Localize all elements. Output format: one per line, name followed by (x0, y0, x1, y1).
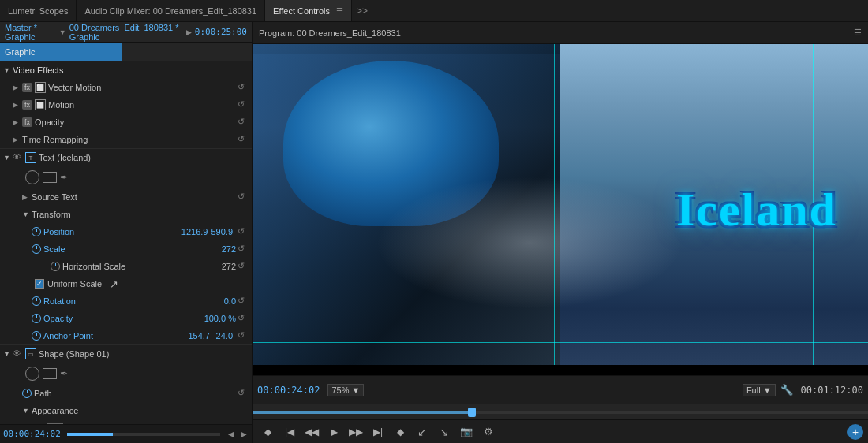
video-fog (376, 177, 683, 309)
time-remapping-row[interactable]: ▶ Time Remapping ↺ (0, 131, 252, 148)
shape-rect-btn[interactable] (43, 172, 57, 183)
quality-value: Full (746, 385, 761, 395)
tab-lumetri[interactable]: Lumetri Scopes (0, 0, 77, 21)
tab-audio-mixer[interactable]: Audio Clip Mixer: 00 Dreamers_Edit_18083… (77, 0, 265, 21)
rotation-stopwatch[interactable] (32, 296, 41, 306)
text-iceland-expand[interactable]: ▼ (3, 154, 13, 162)
opacity-stopwatch[interactable] (32, 314, 41, 323)
panel-menu-icon[interactable]: ☰ (336, 6, 343, 15)
motion-expand[interactable]: ▶ (13, 101, 22, 109)
reset-scale[interactable]: ↺ (238, 244, 249, 255)
breadcrumb-clip[interactable]: 00 Dreamers_Edit_180831 * Graphic ▶ (69, 23, 192, 42)
opacity-row[interactable]: ▶ fx Opacity ↺ (0, 114, 252, 131)
reset-rotation[interactable]: ↺ (238, 296, 249, 307)
shape-circle-btn-2[interactable] (25, 367, 39, 381)
visibility-eye[interactable]: 👁 (13, 152, 24, 163)
shape-thumbs-row: ✒ (0, 166, 252, 188)
program-menu-icon[interactable]: ☰ (854, 28, 862, 38)
transform-row[interactable]: ▼ Transform (0, 206, 252, 223)
scrubber-played (253, 411, 468, 414)
text-iceland-row[interactable]: ▼ 👁 T Text (Iceland) (0, 149, 252, 166)
reset-source-text[interactable]: ↺ (238, 192, 249, 203)
reset-vector-motion[interactable]: ↺ (238, 82, 249, 93)
reset-horiz-scale[interactable]: ↺ (238, 261, 249, 272)
source-text-expand[interactable]: ▶ (22, 193, 32, 201)
vector-motion-row[interactable]: ▶ fx ⬜ Vector Motion ↺ (0, 79, 252, 96)
uniform-scale-checkbox[interactable]: ✓ (35, 279, 44, 289)
scale-value[interactable]: 272 (222, 244, 236, 254)
time-remap-label: Time Remapping (22, 135, 236, 144)
breadcrumb-master-label: Master * Graphic (5, 23, 55, 42)
anchor-point-row[interactable]: Anchor Point 154.7 -24.0 ↺ (0, 327, 252, 344)
program-timecode-total: 00:01:12:00 (801, 385, 863, 396)
step-back-frame-btn[interactable]: |◀ (279, 422, 300, 442)
reset-path[interactable]: ↺ (238, 388, 249, 399)
horiz-scale-row[interactable]: Horizontal Scale 272 ↺ (0, 258, 252, 275)
rotation-row[interactable]: Rotation 0.0 ↺ (0, 292, 252, 310)
pen-tool-icon-2[interactable]: ✒ (60, 368, 68, 379)
prev-edit-btn[interactable]: ◀◀ (301, 422, 322, 442)
shape-rect-btn-2[interactable] (43, 368, 57, 379)
appearance-expand[interactable]: ▼ (22, 407, 32, 415)
scrubber-track[interactable] (253, 411, 868, 414)
source-text-row[interactable]: ▶ Source Text ↺ (0, 188, 252, 206)
scrubber-thumb[interactable] (468, 408, 476, 417)
scrubber-bar[interactable] (253, 404, 868, 419)
horiz-scale-stopwatch[interactable] (51, 262, 60, 271)
transform-opacity-row[interactable]: Opacity 100.0 % ↺ (0, 310, 252, 327)
reset-anchor[interactable]: ↺ (238, 330, 249, 341)
tab-expand[interactable]: >> (352, 0, 372, 21)
insert-btn[interactable]: ↙ (412, 422, 432, 442)
position-row[interactable]: Position 1216.9 590.9 ↺ (0, 223, 252, 240)
vector-motion-expand[interactable]: ▶ (13, 84, 22, 91)
path-stopwatch[interactable] (22, 389, 32, 398)
transform-expand[interactable]: ▼ (22, 210, 32, 218)
position-stopwatch[interactable] (32, 227, 41, 236)
nav-next-btn[interactable]: ▶ (239, 430, 249, 438)
rotation-value[interactable]: 0.0 (224, 296, 236, 306)
reset-transform-opacity[interactable]: ↺ (238, 313, 249, 324)
shape-expand[interactable]: ▼ (3, 350, 13, 358)
wrench-icon[interactable]: 🔧 (780, 384, 793, 396)
shape-visibility-eye[interactable]: 👁 (13, 348, 24, 359)
settings-btn[interactable]: ⚙ (478, 422, 499, 442)
export-frame-btn[interactable]: 📷 (456, 422, 477, 442)
horiz-scale-value[interactable]: 272 (222, 262, 236, 271)
motion-row[interactable]: ▶ fx ⬜ Motion ↺ (0, 96, 252, 114)
video-effects-expand[interactable]: ▼ (3, 66, 13, 74)
reset-motion[interactable]: ↺ (238, 99, 249, 110)
anchor-y-value[interactable]: -24.0 (213, 331, 233, 341)
opacity-value[interactable]: 100.0 % (204, 314, 236, 323)
position-x-value[interactable]: 1216.9 (181, 227, 208, 236)
quality-select[interactable]: Full ▼ (743, 384, 776, 396)
breadcrumb-master[interactable]: Master * Graphic ▼ (5, 23, 66, 42)
add-track-btn[interactable]: + (847, 424, 863, 440)
mark-out-btn[interactable]: ◆ (390, 422, 410, 442)
position-y-value[interactable]: 590.9 (211, 227, 233, 236)
video-effects-header[interactable]: ▼ Video Effects (0, 61, 252, 79)
shape-circle-btn[interactable] (25, 170, 39, 184)
next-edit-btn[interactable]: ▶▶ (346, 422, 366, 442)
scale-stopwatch[interactable] (32, 244, 41, 254)
tab-effect-controls[interactable]: Effect Controls ☰ (265, 0, 352, 21)
scroll-track[interactable] (67, 433, 220, 436)
reset-time-remap[interactable]: ↺ (238, 134, 249, 145)
appearance-row[interactable]: ▼ Appearance (0, 402, 252, 419)
reset-opacity[interactable]: ↺ (238, 117, 249, 128)
mark-in-btn[interactable]: ◆ (257, 422, 278, 442)
panel-timecode: 00:00:24:02 (3, 429, 61, 439)
time-remap-expand[interactable]: ▶ (13, 136, 22, 143)
anchor-stopwatch[interactable] (32, 331, 41, 341)
shape-row[interactable]: ▼ 👁 ▭ Shape (Shape 01) (0, 345, 252, 363)
zoom-level-select[interactable]: 75% ▼ (327, 384, 364, 396)
step-fwd-frame-btn[interactable]: ▶| (368, 422, 388, 442)
opacity-expand[interactable]: ▶ (13, 118, 22, 126)
play-stop-btn[interactable]: ▶ (324, 422, 344, 442)
scale-row[interactable]: Scale 272 ↺ (0, 240, 252, 258)
pen-tool-icon[interactable]: ✒ (60, 172, 68, 183)
path-row[interactable]: Path ↺ (0, 385, 252, 402)
nav-prev-btn[interactable]: ◀ (226, 430, 236, 438)
reset-position[interactable]: ↺ (238, 226, 249, 237)
anchor-x-value[interactable]: 154.7 (188, 331, 210, 341)
overwrite-btn[interactable]: ↘ (434, 422, 455, 442)
